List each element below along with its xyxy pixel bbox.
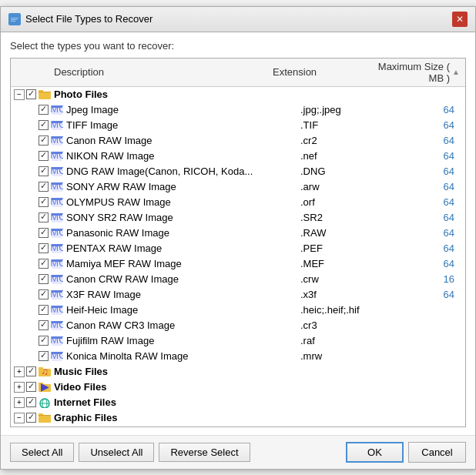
- sony-arw-ext: .arw: [300, 181, 393, 192]
- check-sony-sr2[interactable]: [39, 212, 49, 222]
- video-group-name: Video Files: [54, 381, 300, 393]
- check-mamiya[interactable]: [39, 259, 49, 269]
- row-canon-raw: IMG Canon RAW Image .cr2 64: [11, 133, 465, 149]
- svg-text:♫: ♫: [41, 366, 49, 377]
- dng-name: DNG RAW Image(Canon, RICOH, Koda...: [66, 166, 300, 177]
- check-heif[interactable]: [39, 305, 49, 315]
- svg-text:IMG: IMG: [51, 151, 63, 161]
- sony-arw-size: 64: [393, 181, 462, 192]
- panasonic-size: 64: [393, 227, 462, 239]
- expand-video[interactable]: +: [14, 382, 25, 393]
- heif-icon: IMG: [51, 304, 63, 316]
- select-all-button[interactable]: Select All: [10, 443, 74, 462]
- svg-text:IMG: IMG: [51, 289, 63, 299]
- dng-ext: .DNG: [300, 166, 393, 177]
- svg-text:IMG: IMG: [51, 259, 63, 269]
- expand-photo[interactable]: −: [14, 89, 25, 100]
- bottom-bar: Select All Unselect All Reverse Select O…: [1, 435, 475, 469]
- check-tiff[interactable]: [39, 120, 49, 130]
- check-music[interactable]: [26, 366, 36, 376]
- konica-name: Konica Minolta RAW Image: [66, 350, 300, 362]
- check-video[interactable]: [26, 382, 36, 392]
- mamiya-name: Mamiya MEF RAW Image: [66, 258, 300, 269]
- col-extension: Extension: [273, 66, 365, 78]
- row-canon-crw: IMG Canon CRW RAW Image .crw 16: [11, 272, 465, 287]
- nikon-name: NIKON RAW Image: [66, 150, 300, 162]
- row-nikon: IMG NIKON RAW Image .nef 64: [11, 149, 465, 164]
- check-fujifilm[interactable]: [39, 336, 49, 346]
- sony-sr2-ext: .SR2: [300, 212, 393, 223]
- canon-cr3-name: Canon RAW CR3 Image: [66, 319, 300, 331]
- check-internet[interactable]: [26, 397, 36, 407]
- svg-rect-7: [39, 92, 51, 92]
- expand-internet[interactable]: +: [14, 397, 25, 408]
- check-canon-cr3[interactable]: [39, 320, 49, 330]
- check-sony-arw[interactable]: [39, 182, 49, 192]
- tiff-name: TIFF Image: [66, 119, 300, 131]
- reverse-select-button[interactable]: Reverse Select: [159, 443, 250, 462]
- row-x3f: IMG X3F RAW Image .x3f 64: [11, 287, 465, 303]
- unselect-all-button[interactable]: Unselect All: [79, 443, 154, 462]
- check-konica[interactable]: [39, 351, 49, 361]
- close-button[interactable]: ✕: [452, 12, 468, 27]
- panasonic-name: Panasonic RAW Image: [66, 227, 300, 239]
- fujifilm-name: Fujifilm RAW Image: [66, 335, 300, 346]
- sony-sr2-name: SONY SR2 RAW Image: [66, 212, 300, 223]
- row-sony-sr2: IMG SONY SR2 RAW Image .SR2 64: [11, 210, 465, 226]
- row-fujifilm: IMG Fujifilm RAW Image .raf: [11, 333, 465, 349]
- check-nikon[interactable]: [39, 151, 49, 161]
- sony-arw-name: SONY ARW RAW Image: [66, 181, 300, 192]
- check-canon-raw[interactable]: [39, 135, 49, 146]
- jpeg-ext: .jpg;.jpeg: [300, 104, 393, 115]
- pentax-icon: IMG: [51, 243, 63, 255]
- group-music: + ♫ Music Files: [11, 364, 465, 380]
- svg-text:IMG: IMG: [51, 228, 63, 238]
- x3f-name: X3F RAW Image: [66, 289, 300, 300]
- check-x3f[interactable]: [39, 289, 49, 299]
- check-dng[interactable]: [39, 166, 49, 176]
- svg-text:IMG: IMG: [51, 320, 63, 330]
- bottom-left-buttons: Select All Unselect All Reverse Select: [10, 443, 250, 462]
- group-video: + ▶ Video Files: [11, 380, 465, 395]
- pentax-size: 64: [393, 243, 462, 254]
- check-jpeg[interactable]: [39, 105, 49, 115]
- pentax-name: PENTAX RAW Image: [66, 243, 300, 254]
- check-graphic[interactable]: [26, 413, 36, 423]
- internet-group-name: Internet Files: [54, 396, 300, 408]
- canon-crw-ext: .crw: [300, 273, 393, 285]
- scroll-up-arrow[interactable]: ▲: [450, 68, 462, 76]
- row-bitmap: BMP Bitmap Image .bmp: [11, 426, 465, 427]
- svg-text:IMG: IMG: [51, 212, 63, 222]
- canon-raw-ext: .cr2: [300, 135, 393, 146]
- tiff-icon: IMG: [51, 119, 63, 132]
- bottom-right-buttons: OK Cancel: [346, 442, 466, 463]
- check-panasonic[interactable]: [39, 228, 49, 238]
- file-type-tree[interactable]: Description Extension Maximum Size ( MB …: [10, 58, 466, 427]
- ok-button[interactable]: OK: [346, 442, 404, 463]
- expand-graphic[interactable]: −: [14, 413, 25, 423]
- canon-raw-icon: IMG: [51, 135, 63, 147]
- canon-raw-size: 64: [393, 135, 462, 146]
- svg-rect-1: [12, 15, 15, 17]
- check-olympus[interactable]: [39, 197, 49, 207]
- video-folder-icon: ▶: [39, 381, 51, 393]
- pentax-ext: .PEF: [300, 243, 393, 254]
- sony-sr2-size: 64: [393, 212, 462, 223]
- svg-text:IMG: IMG: [51, 305, 63, 315]
- svg-rect-68: [39, 415, 51, 423]
- svg-text:IMG: IMG: [51, 105, 63, 115]
- check-canon-crw[interactable]: [39, 274, 49, 284]
- check-photo[interactable]: [26, 89, 36, 99]
- mamiya-icon: IMG: [51, 258, 63, 270]
- check-pentax[interactable]: [39, 243, 49, 253]
- mamiya-ext: .MEF: [300, 258, 393, 269]
- x3f-ext: .x3f: [300, 289, 393, 300]
- canon-raw-name: Canon RAW Image: [66, 135, 300, 146]
- canon-cr3-ext: .cr3: [300, 319, 393, 331]
- row-olympus: IMG OLYMPUS RAW Image .orf 64: [11, 195, 465, 210]
- expand-music[interactable]: +: [14, 366, 25, 377]
- title-bar: Select File Types to Recover ✕: [1, 7, 475, 32]
- jpeg-icon: IMG: [51, 104, 63, 116]
- canon-cr3-icon: IMG: [51, 319, 63, 332]
- cancel-button[interactable]: Cancel: [408, 442, 466, 463]
